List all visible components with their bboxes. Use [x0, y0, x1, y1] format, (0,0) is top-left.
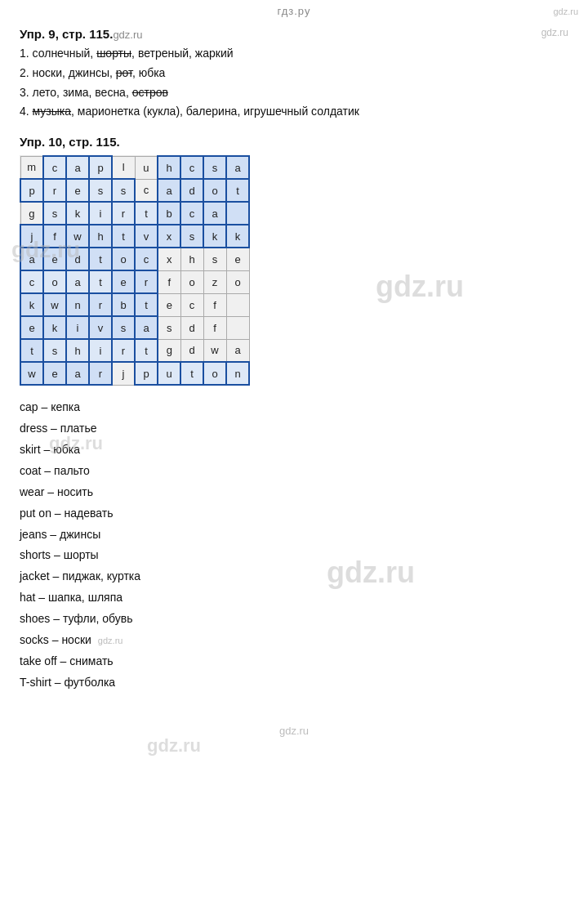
watermark-bottom: gdz.ru [0, 710, 588, 743]
vocab-en: shoes [20, 612, 50, 625]
grid-cell: i [66, 316, 89, 339]
grid-cell: k [43, 316, 66, 339]
line4-num: 4. [20, 105, 33, 118]
grid-cell: a [203, 202, 226, 225]
vocab-item: wear – носить [20, 482, 568, 503]
grid-cell [226, 293, 249, 316]
exercise9-line1: 1. солнечный, шорты, ветреный, жаркий [20, 44, 568, 64]
grid-cell: f [203, 316, 226, 339]
vocab-item: take off – снимать [20, 651, 568, 672]
grid-cell: b [112, 293, 135, 316]
vocab-dash: – [51, 507, 65, 520]
vocab-dash: – [47, 528, 60, 541]
vocab-item: skirt – юбка [20, 440, 568, 461]
grid-cell: v [89, 316, 112, 339]
grid-cell: z [203, 270, 226, 293]
vocab-ru: юбка [53, 443, 80, 456]
grid-cell: s [158, 316, 180, 339]
grid-cell: r [135, 270, 158, 293]
grid-cell: s [203, 248, 226, 270]
vocab-en: jeans [20, 528, 47, 541]
grid-cell: l [112, 156, 135, 179]
grid-cell: o [180, 270, 203, 293]
vocab-dash: – [50, 612, 63, 625]
line1-p2: , ветреный, жаркий [131, 47, 233, 60]
grid-cell: t [180, 362, 203, 385]
vocab-item: T-shirt – футболка [20, 672, 568, 694]
grid-cell: f [43, 225, 66, 248]
grid-cell: k [226, 225, 249, 248]
grid-cell: o [112, 248, 135, 270]
grid-cell: x [158, 225, 180, 248]
grid-cell: a [66, 156, 89, 179]
grid-cell: s [180, 225, 203, 248]
grid-cell: r [89, 293, 112, 316]
exercise9-section: Упр. 9, стр. 115.gdz.ru gdz.ru 1. солнеч… [20, 27, 568, 122]
vocab-ru: джинсы [60, 528, 100, 541]
vocab-en: socks [20, 633, 49, 646]
line2-strike1: рот [116, 66, 132, 79]
grid-cell: p [89, 156, 112, 179]
exercise9-line3: 3. лето, зима, весна, остров [20, 83, 568, 103]
grid-cell: a [20, 248, 43, 270]
grid-cell: e [158, 293, 180, 316]
vocab-en: take off [20, 654, 57, 667]
vocab-en: T-shirt [20, 676, 51, 689]
vocab-dash: – [38, 400, 51, 413]
grid-cell: t [89, 248, 112, 270]
grid-cell: i [89, 202, 112, 225]
line2-p1: носки, джинсы, [33, 66, 116, 79]
vocab-en: put on [20, 507, 51, 520]
grid-cell: t [226, 179, 249, 202]
grid-cell: o [226, 270, 249, 293]
vocab-item: jacket – пиджак, куртка [20, 566, 568, 587]
line1-p1: солнечный, [33, 47, 97, 60]
vocab-item: put on – надевать [20, 503, 568, 524]
grid-cell: v [135, 225, 158, 248]
exercise9-title-gdz: gdz.ru [113, 29, 142, 41]
grid-cell: g [20, 202, 43, 225]
grid-cell: f [158, 270, 180, 293]
vocab-dash: – [47, 422, 60, 435]
grid-cell: e [66, 179, 89, 202]
vocab-list: cap – кепкаdress – платьеskirt – юбкаcoa… [20, 397, 568, 693]
vocab-ru: шапка, шляпа [48, 591, 122, 604]
grid-cell: s [203, 156, 226, 179]
grid-cell: s [112, 316, 135, 339]
grid-cell: c [135, 179, 158, 202]
grid-cell: k [66, 202, 89, 225]
vocab-ru: снимать [69, 654, 113, 667]
ex9-gdz-right: gdz.ru [541, 27, 568, 38]
grid-cell: j [112, 362, 135, 385]
crossword-wrapper: mcapluhcsapresscadotgskirtbcajfwhtvxskka… [20, 155, 568, 386]
grid-cell: e [43, 248, 66, 270]
line3-num: 3. [20, 86, 33, 99]
vocab-en: jacket [20, 569, 50, 583]
grid-cell: c [135, 248, 158, 270]
vocab-en: cap [20, 400, 38, 413]
vocab-ru: носить [57, 485, 93, 498]
vocab-dash: – [44, 485, 57, 498]
grid-cell [226, 202, 249, 225]
vocab-dash: – [49, 633, 62, 646]
vocab-dash: – [51, 676, 65, 689]
grid-cell: d [66, 248, 89, 270]
line2-num: 2. [20, 66, 33, 79]
grid-cell: a [135, 316, 158, 339]
vocab-item: hat – шапка, шляпа [20, 587, 568, 609]
grid-cell: d [180, 179, 203, 202]
grid-cell: r [43, 179, 66, 202]
grid-cell: h [89, 225, 112, 248]
vocab-dash: – [57, 654, 70, 667]
grid-cell: s [43, 202, 66, 225]
watermark-top: гдз.ру [0, 0, 588, 19]
exercise9-lines: 1. солнечный, шорты, ветреный, жаркий 2.… [20, 44, 568, 122]
grid-cell [226, 316, 249, 339]
grid-cell: w [43, 293, 66, 316]
grid-cell: r [112, 202, 135, 225]
grid-cell: s [89, 179, 112, 202]
vocab-ru: платье [60, 422, 97, 435]
grid-cell: c [180, 156, 203, 179]
grid-cell: c [180, 202, 203, 225]
grid-cell: t [135, 293, 158, 316]
